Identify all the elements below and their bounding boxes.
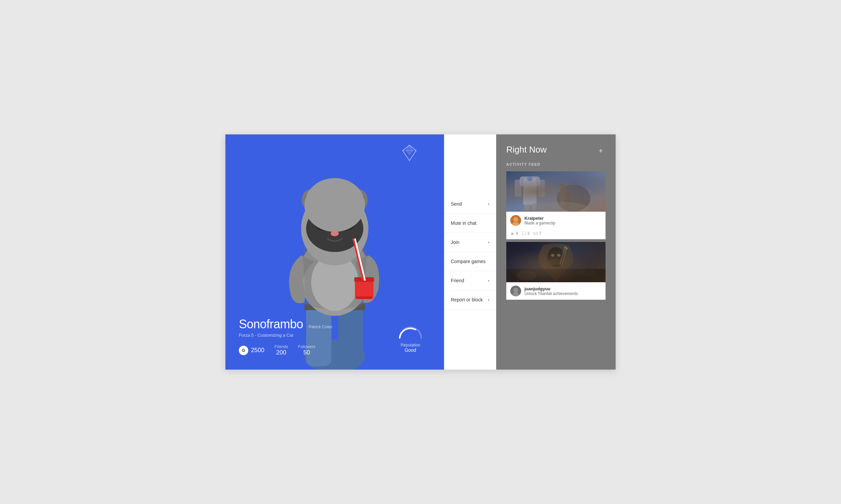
kralpeter-avatar	[510, 215, 521, 226]
report-chevron: ▾	[488, 298, 490, 302]
followers-value: 50	[298, 349, 315, 356]
svg-rect-55	[548, 259, 564, 265]
svg-line-56	[562, 247, 567, 266]
svg-rect-40	[567, 190, 571, 206]
svg-rect-60	[506, 269, 605, 282]
svg-point-47	[514, 220, 516, 223]
svg-rect-31	[523, 178, 536, 205]
svg-marker-58	[566, 247, 568, 249]
svg-marker-49	[511, 232, 514, 235]
menu-item-friend[interactable]: Friend ▾	[444, 271, 496, 290]
message-stat: 7	[534, 231, 541, 236]
svg-marker-59	[564, 246, 566, 248]
join-chevron: ▾	[488, 240, 490, 244]
card2-info: juanjudgyuu Unlock Titanfall achievement…	[506, 282, 605, 300]
menu-compare-label: Compare games	[451, 259, 486, 264]
right-panel: Right Now + ACTIVITY FEED	[496, 134, 616, 370]
middle-panel: Send ▾ Mute in chat Join ▾ Compare games…	[444, 134, 496, 370]
juanjudgyuu-username: juanjudgyuu	[525, 286, 578, 291]
g-badge: G	[239, 346, 248, 355]
card1-text: Kralpeter Made a gameclip	[525, 216, 555, 226]
hero-game: Forza 5 - Customizing a Car	[239, 332, 332, 338]
comment-alt-count: 2	[528, 231, 530, 236]
activity-section: ACTIVITY FEED	[496, 162, 616, 300]
card1-footer: 9 2 7	[506, 229, 605, 239]
juanjudgyuu-avatar	[510, 286, 521, 296]
kralpeter-action: Made a gameclip	[525, 221, 555, 226]
menu-join-label: Join	[451, 239, 460, 245]
activity-card-2: juanjudgyuu Unlock Titanfall achievement…	[506, 242, 605, 300]
menu-item-report[interactable]: Report or block ▾	[444, 290, 496, 309]
friends-label: Friends	[275, 344, 288, 349]
svg-rect-26	[356, 296, 372, 299]
svg-point-61	[516, 270, 536, 281]
reputation-gauge-svg	[397, 325, 424, 340]
friend-chevron: ▾	[488, 279, 490, 283]
svg-point-42	[566, 185, 571, 190]
comment-stat: 2	[522, 231, 530, 236]
activity-feed-label: ACTIVITY FEED	[506, 162, 605, 166]
hero-info: Sonoframbo Patrick Coles Forza 5 - Custo…	[239, 317, 332, 356]
star-count: 9	[516, 231, 518, 236]
star-stat: 9	[510, 231, 518, 236]
svg-rect-34	[515, 180, 521, 197]
friends-stat: Friends 200	[275, 344, 288, 356]
friends-value: 200	[275, 349, 288, 356]
svg-point-52	[547, 247, 564, 267]
titanfall-image	[506, 172, 605, 212]
followers-label: Followers	[298, 344, 315, 349]
followers-stat: Followers 50	[298, 344, 315, 356]
svg-line-57	[560, 246, 565, 265]
svg-rect-35	[538, 180, 545, 197]
main-container: Sonoframbo Patrick Coles Forza 5 - Custo…	[225, 134, 616, 370]
reputation-label: Reputation	[397, 343, 424, 347]
activity-card-1: Kralpeter Made a gameclip 9 2	[506, 172, 605, 239]
svg-point-38	[557, 185, 590, 212]
kralpeter-avatar-img	[510, 215, 521, 226]
menu-mute-label: Mute in chat	[451, 220, 476, 226]
reputation-value: Good	[397, 347, 424, 353]
kralpeter-username: Kralpeter	[525, 216, 555, 221]
right-now-title: Right Now	[506, 144, 547, 155]
diamond-icon	[402, 144, 417, 163]
svg-rect-50	[534, 232, 537, 235]
svg-point-64	[513, 288, 518, 293]
hero-stats: G 2500 Friends 200 Followers 50	[239, 344, 332, 356]
gamerscore-value: 2500	[251, 347, 264, 354]
menu-friend-label: Friend	[451, 278, 464, 283]
hero-name: Sonoframbo	[239, 317, 303, 331]
svg-rect-51	[506, 242, 605, 282]
svg-rect-30	[506, 172, 605, 212]
svg-rect-39	[560, 188, 564, 206]
svg-point-21	[305, 178, 365, 232]
svg-point-33	[527, 176, 533, 181]
card1-info: Kralpeter Made a gameclip	[506, 212, 605, 229]
hero-subtitle: Patrick Coles	[308, 325, 332, 329]
menu-send-label: Send	[451, 201, 462, 206]
svg-point-53	[551, 254, 554, 257]
menu-item-join[interactable]: Join ▾	[444, 233, 496, 252]
left-panel: Sonoframbo Patrick Coles Forza 5 - Custo…	[225, 134, 444, 370]
svg-point-41	[560, 183, 565, 189]
gamerscore-section: G 2500	[239, 346, 264, 355]
menu-report-label: Report or block	[451, 297, 483, 302]
reputation-section: Reputation Good	[397, 325, 424, 353]
card2-text: juanjudgyuu Unlock Titanfall achievement…	[525, 286, 578, 296]
juanjudgyuu-avatar-img	[510, 286, 521, 296]
menu-item-send[interactable]: Send ▾	[444, 195, 496, 214]
svg-point-43	[522, 202, 589, 212]
assassin-image	[506, 242, 605, 282]
svg-rect-36	[525, 203, 530, 210]
menu-item-mute[interactable]: Mute in chat	[444, 214, 496, 233]
menu-item-compare[interactable]: Compare games	[444, 252, 496, 271]
svg-point-62	[579, 268, 596, 276]
svg-point-48	[516, 220, 518, 223]
add-button[interactable]: +	[596, 146, 605, 156]
svg-rect-32	[520, 176, 540, 186]
svg-rect-37	[532, 203, 536, 210]
right-header: Right Now +	[496, 134, 616, 162]
send-chevron: ▾	[488, 202, 490, 206]
svg-point-54	[557, 254, 561, 257]
message-count: 7	[539, 231, 541, 236]
svg-marker-28	[406, 145, 413, 155]
